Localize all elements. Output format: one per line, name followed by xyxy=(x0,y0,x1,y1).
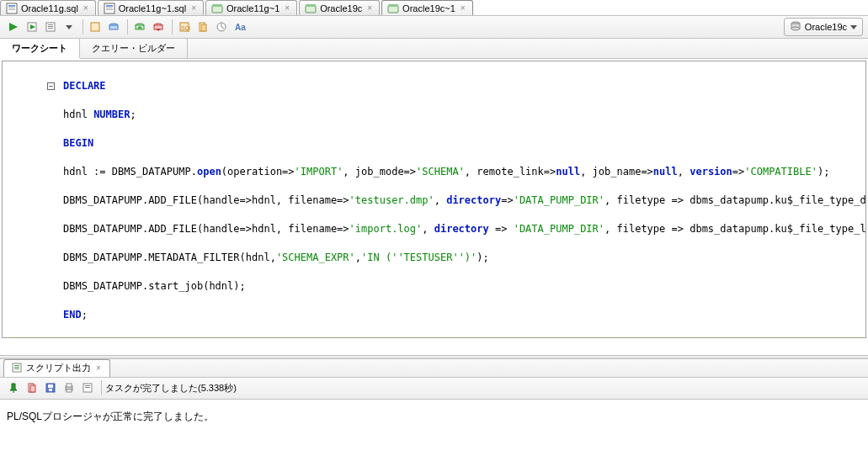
close-icon[interactable]: × xyxy=(459,3,467,13)
svg-rect-2 xyxy=(8,8,15,8)
sql-history-button[interactable] xyxy=(213,19,230,35)
worksheet-icon xyxy=(211,3,223,14)
svg-marker-21 xyxy=(66,25,72,29)
worksheet-icon xyxy=(387,3,399,14)
commit-button[interactable] xyxy=(131,19,148,35)
sql-file-icon xyxy=(6,3,18,14)
worksheet-icon xyxy=(305,3,317,14)
autotrace-button[interactable] xyxy=(87,19,104,35)
tab-oracle11g-1[interactable]: Oracle11g~1 × xyxy=(205,0,297,15)
save-output-button[interactable] xyxy=(42,379,59,396)
connection-selector[interactable]: Oracle19c xyxy=(784,18,863,36)
database-icon xyxy=(790,20,801,34)
tab-script-output[interactable]: スクリプト出力 × xyxy=(3,359,110,377)
tab-oracle11g-1-sql[interactable]: Oracle11g~1.sql × xyxy=(98,0,204,15)
output-tab-label: スクリプト出力 xyxy=(26,362,91,374)
print-output-button[interactable] xyxy=(61,379,77,396)
output-toolbar: タスクが完了しました(5.338秒) xyxy=(0,378,868,400)
tab-label: Oracle19c~1 xyxy=(402,3,455,13)
svg-rect-34 xyxy=(201,24,206,31)
editor-area: −DECLARE hdnl NUMBER; BEGIN hdnl := DBMS… xyxy=(0,59,868,355)
separator xyxy=(101,380,102,395)
tab-label: Oracle11g~1.sql xyxy=(119,3,186,13)
svg-rect-55 xyxy=(67,384,72,387)
svg-rect-20 xyxy=(48,28,53,29)
tab-worksheet[interactable]: ワークシート xyxy=(0,39,80,59)
output-pane: スクリプト出力 × タスクが完了しました(5.338秒) PL/SQLプロシージ… xyxy=(0,359,868,461)
tab-oracle19c-1[interactable]: Oracle19c~1 × xyxy=(381,0,473,15)
svg-rect-24 xyxy=(109,25,118,29)
svg-rect-3 xyxy=(8,9,15,10)
svg-rect-46 xyxy=(14,368,19,369)
clear-button[interactable] xyxy=(194,19,211,35)
separator xyxy=(172,19,173,34)
svg-rect-13 xyxy=(388,4,398,7)
svg-rect-5 xyxy=(106,5,113,7)
svg-rect-22 xyxy=(91,23,99,31)
rollback-button[interactable] xyxy=(150,19,167,35)
tab-label: Oracle11g.sql xyxy=(21,3,78,13)
dropdown-icon[interactable] xyxy=(61,19,77,35)
svg-rect-12 xyxy=(388,6,398,13)
tab-label: Oracle11g~1 xyxy=(226,3,280,13)
svg-rect-6 xyxy=(106,8,113,8)
svg-rect-19 xyxy=(48,26,53,27)
script-output-icon xyxy=(11,362,23,375)
explain-plan-button[interactable] xyxy=(42,19,59,35)
close-icon[interactable]: × xyxy=(365,3,374,13)
unshared-worksheet-button[interactable]: SQL xyxy=(176,19,193,35)
close-icon[interactable]: × xyxy=(189,3,198,13)
format-button[interactable]: Aa xyxy=(232,19,248,35)
separator xyxy=(127,19,128,34)
svg-point-41 xyxy=(791,27,800,30)
svg-rect-1 xyxy=(8,5,15,7)
svg-rect-59 xyxy=(85,387,90,388)
svg-marker-42 xyxy=(850,25,857,29)
output-body[interactable]: PL/SQLプロシージャが正常に完了しました。 xyxy=(0,400,868,461)
svg-text:SQL: SQL xyxy=(181,25,190,32)
tab-querybuilder[interactable]: クエリー・ビルダー xyxy=(80,39,188,58)
svg-rect-56 xyxy=(67,389,72,392)
svg-rect-9 xyxy=(212,4,222,7)
editor-tabs: Oracle11g.sql × Oracle11g~1.sql × Oracle… xyxy=(0,0,868,16)
run-script-button[interactable] xyxy=(24,19,40,35)
svg-rect-7 xyxy=(106,9,113,10)
pin-button[interactable] xyxy=(5,379,22,396)
clear-output-button[interactable] xyxy=(24,379,40,396)
connection-label: Oracle19c xyxy=(805,22,847,32)
svg-rect-10 xyxy=(306,6,316,13)
open-file-button[interactable] xyxy=(79,379,96,396)
svg-text:Aa: Aa xyxy=(235,23,246,32)
worksheet-subtabs: ワークシート クエリー・ビルダー xyxy=(0,39,868,59)
close-icon[interactable]: × xyxy=(94,363,103,373)
dropdown-icon xyxy=(850,22,857,32)
tab-oracle19c[interactable]: Oracle19c × xyxy=(299,0,380,15)
tab-label: Oracle19c xyxy=(320,3,362,13)
svg-marker-47 xyxy=(10,384,17,390)
sql-file-icon xyxy=(104,3,115,14)
output-tabs: スクリプト出力 × xyxy=(0,359,868,378)
horizontal-scrollbar[interactable] xyxy=(2,340,866,353)
fold-icon[interactable]: − xyxy=(47,82,55,90)
svg-rect-45 xyxy=(14,367,19,368)
close-icon[interactable]: × xyxy=(283,3,291,13)
svg-rect-8 xyxy=(212,6,222,13)
output-status-text: タスクが完了しました(5.338秒) xyxy=(105,382,237,395)
sql-editor[interactable]: −DECLARE hdnl NUMBER; BEGIN hdnl := DBMS… xyxy=(2,61,866,338)
tab-oracle11g-sql[interactable]: Oracle11g.sql × xyxy=(0,0,96,15)
svg-rect-53 xyxy=(49,389,52,391)
svg-rect-52 xyxy=(48,384,53,388)
main-toolbar: SQL Aa Oracle19c xyxy=(0,16,868,39)
svg-rect-50 xyxy=(30,385,35,392)
svg-rect-11 xyxy=(306,4,316,7)
separator xyxy=(83,19,83,34)
svg-rect-44 xyxy=(14,365,19,366)
sql-tuning-button[interactable] xyxy=(105,19,122,35)
svg-rect-18 xyxy=(48,24,53,25)
svg-rect-58 xyxy=(85,385,90,386)
svg-marker-14 xyxy=(9,23,18,31)
close-icon[interactable]: × xyxy=(82,3,90,13)
run-statement-button[interactable] xyxy=(5,19,22,35)
